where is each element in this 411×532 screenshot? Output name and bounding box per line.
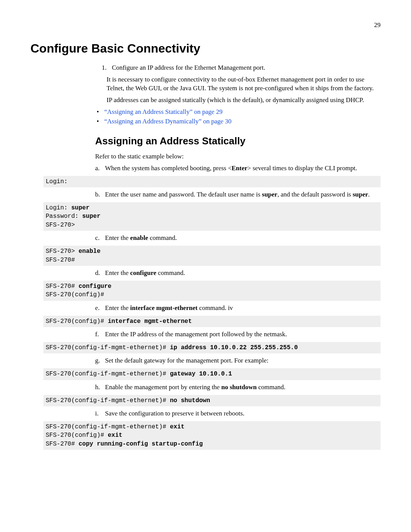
- code-noshutdown-block: SFS-270(config-if-mgmt-ethernet)# no shu…: [43, 395, 381, 406]
- substep-a-label: a.: [95, 164, 105, 173]
- code-interface-block: SFS-270(config)# interface mgmt-ethernet: [43, 316, 381, 327]
- section-title: Assigning an Address Statically: [95, 134, 381, 148]
- substep-h-label: h.: [95, 383, 105, 392]
- substep-f-label: f.: [95, 330, 105, 339]
- link-assign-dynamic[interactable]: “Assigning an Address Dynamically” on pa…: [104, 117, 231, 126]
- substep-a-text: When the system has completed booting, p…: [105, 164, 381, 173]
- substep-i-label: i.: [95, 409, 105, 418]
- code-configure-block: SFS-270# configure SFS-270(config)#: [43, 281, 381, 301]
- substep-d-text: Enter the configure command.: [105, 269, 381, 278]
- substep-d-label: d.: [95, 269, 105, 278]
- step-1-lead: Configure an IP address for the Ethernet…: [112, 64, 381, 72]
- page-number: 29: [30, 21, 381, 30]
- substep-g-label: g.: [95, 356, 105, 365]
- substep-g-text: Set the default gateway for the manageme…: [105, 356, 381, 365]
- step-1-number: 1.: [95, 64, 112, 72]
- substep-c-label: c.: [95, 234, 105, 243]
- code-login-block: Login: super Password: super SFS-270>: [43, 202, 381, 231]
- section-intro: Refer to the static example below:: [95, 152, 381, 161]
- substep-e-label: e.: [95, 304, 105, 313]
- substep-e-text: Enter the interface mgmt-ethernet comman…: [105, 304, 381, 313]
- code-ip-block: SFS-270(config-if-mgmt-ethernet)# ip add…: [43, 342, 381, 353]
- substep-b-label: b.: [95, 190, 105, 199]
- substep-c-text: Enter the enable command.: [105, 234, 381, 243]
- link-assign-static[interactable]: “Assigning an Address Statically” on pag…: [104, 108, 223, 117]
- code-login-prompt: Login:: [43, 176, 381, 187]
- code-save-block: SFS-270(config-if-mgmt-ethernet)# exit S…: [43, 421, 381, 450]
- bullet-icon: •: [95, 117, 104, 126]
- code-gateway-block: SFS-270(config-if-mgmt-ethernet)# gatewa…: [43, 368, 381, 380]
- bullet-icon: •: [95, 108, 104, 117]
- code-enable-block: SFS-270> enable SFS-270#: [43, 246, 381, 266]
- substep-b-text: Enter the user name and password. The de…: [105, 190, 381, 199]
- substep-h-text: Enable the management port by entering t…: [105, 383, 381, 392]
- substep-f-text: Enter the IP address of the management p…: [105, 330, 381, 339]
- page-title: Configure Basic Connectivity: [30, 40, 381, 57]
- substep-i-text: Save the configuration to preserve it be…: [105, 409, 381, 418]
- step-1-desc-2: IP addresses can be assigned statically …: [107, 96, 381, 105]
- step-1-desc-1: It is necessary to configure connectivit…: [107, 75, 381, 93]
